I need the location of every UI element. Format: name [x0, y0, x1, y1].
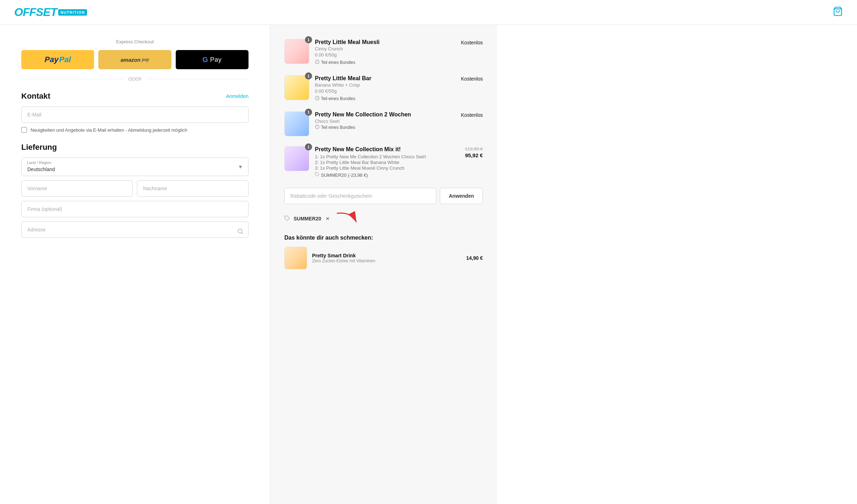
applied-coupon-row: SUMMER20 ✕	[284, 210, 483, 228]
logo-nutrition-text: NUTRITION	[58, 9, 87, 16]
cart-item-sub: Choco Swirl	[315, 119, 461, 124]
info-icon	[315, 125, 320, 130]
cart-badge: 1	[305, 109, 312, 116]
oder-line-left	[21, 79, 124, 79]
right-panel: 1 Pretty Little Meal Muesli Cinny Crunch…	[270, 25, 497, 504]
logo-offset-text: OFFSET	[14, 6, 57, 19]
cart-item-details: Pretty New Me Collection 2 Wochen Choco …	[315, 111, 461, 130]
cart-item-img	[284, 146, 309, 171]
bundle-line: 1: 1x Pretty New Me Collection 2 Wochen …	[315, 154, 447, 159]
main-layout: Express Checkout PayPal amazon pay G Pay…	[0, 25, 857, 504]
cart-item: 1 Pretty Little Meal Muesli Cinny Crunch…	[284, 39, 483, 65]
cart-item-name: Pretty Little Meal Bar	[315, 75, 461, 82]
svg-line-2	[241, 232, 242, 234]
lieferung-title: Lieferung	[21, 143, 57, 152]
cart-items-list: 1 Pretty Little Meal Muesli Cinny Crunch…	[284, 39, 483, 178]
header: OFFSET NUTRITION	[0, 0, 857, 25]
kontakt-title: Kontakt	[21, 92, 50, 101]
express-checkout-label: Express Checkout	[21, 39, 249, 44]
nachname-field[interactable]	[137, 180, 249, 197]
amazon-button[interactable]: amazon pay	[98, 50, 171, 69]
cart-item-details: Pretty New Me Collection Mix it! 1: 1x P…	[315, 146, 447, 178]
red-arrow-decoration	[333, 210, 362, 228]
cart-item-row: Pretty New Me Collection Mix it! 1: 1x P…	[315, 146, 483, 178]
cart-item-name: Pretty New Me Collection Mix it!	[315, 146, 447, 153]
cart-item-sub: Cinny Crunch	[315, 46, 461, 51]
bundle-tag: Teil eines Bundles	[315, 125, 461, 130]
rec-item-name: Pretty Smart Drink	[312, 253, 375, 258]
logo: OFFSET NUTRITION	[14, 6, 87, 19]
cart-item-details: Pretty Little Meal Bar Banana White + Cr…	[315, 75, 461, 102]
paypal-p1: Pay	[45, 55, 59, 64]
cart-item-img-wrap: 1	[284, 75, 309, 100]
oder-text: ODER	[128, 76, 142, 82]
newsletter-checkbox[interactable]	[21, 127, 27, 133]
gpay-button[interactable]: G Pay	[176, 50, 249, 69]
newsletter-checkbox-row: Neuigkeiten und Angebote via E-Mail erha…	[21, 127, 249, 133]
coupon-tag-icon	[284, 215, 290, 222]
cart-item-row: Pretty New Me Collection 2 Wochen Choco …	[315, 111, 483, 130]
adresse-wrapper	[21, 221, 249, 242]
kontakt-section-header: Kontakt Anmelden	[21, 92, 249, 101]
recommendations-title: Das könnte dir auch schmecken:	[284, 235, 483, 241]
coupon-input[interactable]	[284, 188, 436, 204]
cart-price: Kostenlos	[461, 75, 483, 82]
rec-items-list: Pretty Smart Drink Zero Zucker-Eistee mi…	[284, 247, 483, 269]
bundle-label: Teil eines Bundles	[321, 125, 355, 130]
cart-item-details: Pretty Little Meal Muesli Cinny Crunch 0…	[315, 39, 461, 65]
bundle-tag: Teil eines Bundles	[315, 60, 461, 65]
rec-item-sub: Zero Zucker-Eistee mit Vitaminen	[312, 258, 375, 263]
cart-item-row: Pretty Little Meal Muesli Cinny Crunch 0…	[315, 39, 483, 65]
cart-item: 1 Pretty New Me Collection 2 Wochen Choc…	[284, 111, 483, 136]
info-icon	[315, 96, 320, 102]
cart-icon[interactable]	[833, 6, 843, 18]
paypal-button[interactable]: PayPal	[21, 50, 94, 69]
cart-price-original: 119,90 €	[465, 146, 483, 152]
cart-item-img-wrap: 1	[284, 39, 309, 64]
express-buttons: PayPal amazon pay G Pay	[21, 50, 249, 69]
cart-price: 95,92 €	[465, 152, 483, 158]
discount-tag: SUMMER20 (-23,98 €)	[315, 172, 447, 178]
gpay-text: Pay	[210, 56, 222, 64]
country-label: Land / Region	[27, 160, 51, 165]
cart-item-name: Pretty New Me Collection 2 Wochen	[315, 111, 461, 118]
newsletter-label: Neuigkeiten und Angebote via E-Mail erha…	[31, 127, 187, 133]
bundle-label: Teil eines Bundles	[321, 96, 355, 101]
cart-item-row: Pretty Little Meal Bar Banana White + Cr…	[315, 75, 483, 102]
cart-item-img	[284, 111, 309, 136]
bundle-line: 3: 1x Pretty Little Meal Muesli Cinny Cr…	[315, 165, 447, 171]
country-select-wrapper: Land / Region Deutschland ▼	[21, 158, 249, 176]
g-icon: G	[202, 56, 208, 64]
cart-item-img	[284, 75, 309, 100]
rec-item-img	[284, 247, 307, 269]
vorname-field[interactable]	[21, 180, 133, 197]
search-icon	[237, 228, 244, 236]
cart-badge: 1	[305, 72, 312, 80]
coupon-code-text: SUMMER20	[294, 216, 321, 221]
firma-field[interactable]	[21, 201, 249, 217]
cart-item-img-wrap: 1	[284, 146, 309, 171]
remove-coupon-button[interactable]: ✕	[326, 216, 330, 221]
bundle-line: 2: 1x Pretty Little Meal Bar Banana Whit…	[315, 160, 447, 165]
anmelden-link[interactable]: Anmelden	[226, 93, 249, 99]
oder-divider: ODER	[21, 76, 249, 82]
name-row	[21, 180, 249, 201]
bundle-item-details: 1: 1x Pretty New Me Collection 2 Wochen …	[315, 154, 447, 171]
cart-item-name: Pretty Little Meal Muesli	[315, 39, 461, 45]
bundle-tag: Teil eines Bundles	[315, 96, 461, 102]
cart-item-price-sub: 0.00 €/55g	[315, 88, 461, 94]
country-select[interactable]: Deutschland	[21, 158, 249, 176]
adresse-field[interactable]	[21, 221, 249, 238]
cart-item-img	[284, 39, 309, 64]
email-field[interactable]	[21, 106, 249, 123]
cart-item-sub: Banana White + Crisp	[315, 82, 461, 88]
paypal-p2: Pal	[59, 55, 71, 64]
cart-badge: 1	[305, 143, 312, 150]
amazon-label: amazon	[121, 57, 141, 63]
left-panel: Express Checkout PayPal amazon pay G Pay…	[0, 25, 270, 504]
apply-coupon-button[interactable]: Anwenden	[440, 188, 483, 204]
rec-item-info: Pretty Smart Drink Zero Zucker-Eistee mi…	[312, 253, 375, 263]
info-icon	[315, 60, 320, 65]
rec-item-price: 14,90 €	[466, 255, 483, 261]
cart-price: Kostenlos	[461, 39, 483, 45]
